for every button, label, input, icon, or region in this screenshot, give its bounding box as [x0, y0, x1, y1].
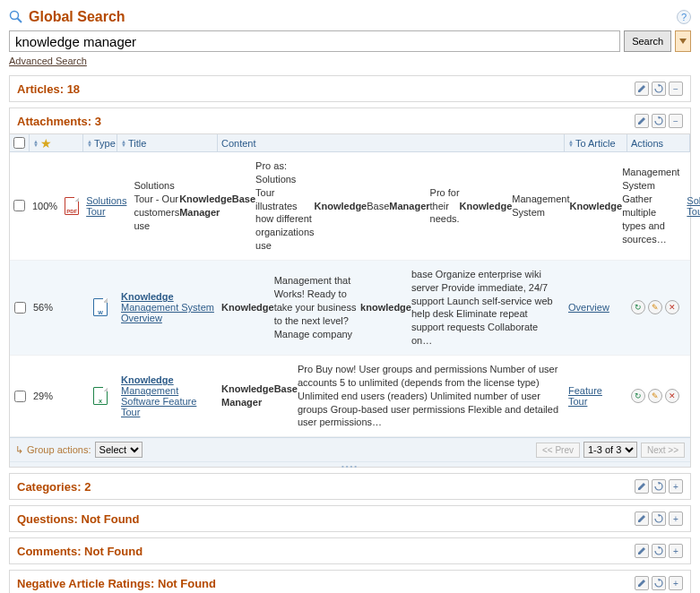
refresh-icon[interactable] — [652, 479, 666, 494]
refresh-icon[interactable] — [652, 82, 666, 96]
section-articles-title: Articles: 18 — [17, 82, 635, 96]
to-article-link[interactable]: Feature Tour — [568, 385, 624, 407]
section-questions[interactable]: Questions: Not Found+ — [10, 506, 690, 531]
resize-handle[interactable]: •••• — [10, 461, 690, 467]
pager-range-select[interactable]: 1-3 of 3 — [583, 442, 637, 458]
search-icon — [9, 10, 23, 24]
expand-icon[interactable]: + — [669, 479, 683, 494]
file-icon: X — [93, 387, 108, 405]
sort-arrows-icon: ▲▼ — [33, 140, 39, 147]
search-button[interactable]: Search — [624, 30, 671, 52]
row-checkbox[interactable] — [14, 391, 26, 402]
advanced-search-link[interactable]: Advanced Search — [9, 56, 87, 66]
attachment-title-link[interactable]: Solutions Tour — [86, 195, 126, 217]
col-relevance[interactable]: ▲▼ ★ — [30, 134, 83, 151]
select-all-checkbox[interactable] — [13, 137, 25, 149]
content-cell: KnowledgeBase Manager Pro Buy now! User … — [218, 363, 565, 429]
relevance-cell: 56% — [30, 268, 83, 348]
col-title[interactable]: ▲▼Title — [117, 134, 218, 151]
attachment-title-link[interactable]: Knowledge Management Software Feature To… — [121, 374, 214, 417]
edit-icon[interactable] — [635, 114, 649, 128]
star-icon: ★ — [40, 137, 52, 150]
edit-icon[interactable] — [635, 511, 649, 526]
section-articles[interactable]: Articles: 18 − — [10, 76, 690, 101]
file-type-cell: W — [83, 268, 117, 348]
row-checkbox[interactable] — [14, 302, 26, 314]
sort-arrows-icon: ▲▼ — [87, 140, 92, 147]
attachments-grid: ▲▼ ★ ▲▼Type ▲▼Title Content ▲▼To Article… — [10, 133, 690, 467]
help-icon[interactable]: ? — [677, 10, 691, 24]
content-cell: Knowledge Management that Works! Ready t… — [218, 268, 565, 348]
relevance-cell: 100% — [29, 159, 61, 253]
edit-icon[interactable]: ✎ — [648, 389, 662, 403]
section-attachments[interactable]: Attachments: 3 − — [10, 108, 690, 133]
edit-icon[interactable] — [635, 576, 649, 590]
table-row: 100%PDFSolutions TourSolutions Tour - Ou… — [10, 152, 690, 261]
sort-arrows-icon: ▲▼ — [568, 140, 574, 147]
select-all-cell[interactable] — [10, 134, 30, 151]
table-row: 29%XKnowledge Management Software Featur… — [10, 356, 690, 437]
edit-icon[interactable] — [635, 82, 649, 96]
col-content[interactable]: Content — [218, 134, 565, 151]
to-article-link[interactable]: Overview — [568, 302, 609, 313]
col-to-article[interactable]: ▲▼To Article — [565, 134, 627, 151]
file-type-cell: X — [83, 363, 117, 429]
edit-icon[interactable] — [635, 544, 649, 558]
to-article-link[interactable]: Solutions Tour — [687, 195, 700, 217]
refresh-icon[interactable] — [652, 544, 666, 558]
attachment-title-link[interactable]: Knowledge Management System Overview — [121, 291, 214, 323]
svg-marker-2 — [679, 39, 687, 44]
pager-prev[interactable]: << Prev — [536, 443, 580, 458]
content-cell: Solutions Tour - Our customers use Knowl… — [130, 159, 683, 253]
file-icon: PDF — [65, 197, 79, 215]
page-title: Global Search — [29, 9, 677, 25]
table-row: 56%WKnowledge Management System Overview… — [10, 261, 690, 356]
grid-header: ▲▼ ★ ▲▼Type ▲▼Title Content ▲▼To Article… — [10, 134, 690, 152]
file-type-cell: PDF — [61, 159, 82, 253]
sort-arrows-icon: ▲▼ — [121, 140, 126, 147]
collapse-icon[interactable]: − — [669, 114, 683, 128]
svg-point-0 — [11, 12, 19, 20]
file-icon: W — [93, 298, 108, 316]
col-type[interactable]: ▲▼Type — [83, 134, 117, 151]
relevance-cell: 29% — [30, 363, 83, 429]
expand-icon[interactable]: + — [669, 511, 683, 526]
group-actions-label: Group actions: — [27, 444, 91, 455]
collapse-icon[interactable]: − — [669, 82, 683, 96]
section-attachments-title: Attachments: 3 — [17, 115, 635, 128]
refresh-icon[interactable]: ↻ — [631, 300, 645, 314]
section-categories[interactable]: Categories: 2+ — [10, 474, 690, 499]
svg-line-1 — [18, 19, 22, 23]
edit-icon[interactable]: ✎ — [648, 300, 662, 314]
delete-icon[interactable]: ✕ — [665, 389, 679, 403]
grid-footer: ↳ Group actions: Select << Prev 1-3 of 3… — [10, 437, 690, 461]
section-negative-ratings[interactable]: Negative Article Ratings: Not Found+ — [10, 571, 690, 593]
group-actions-select[interactable]: Select — [95, 442, 143, 458]
edit-icon[interactable] — [635, 479, 649, 494]
group-actions-arrow-icon: ↳ — [15, 444, 23, 456]
expand-icon[interactable]: + — [669, 544, 683, 558]
search-options-dropdown[interactable] — [675, 30, 691, 52]
pager-next[interactable]: Next >> — [641, 443, 685, 458]
expand-icon[interactable]: + — [669, 576, 683, 590]
col-actions: Actions — [627, 134, 690, 151]
row-checkbox[interactable] — [13, 200, 25, 211]
refresh-icon[interactable] — [652, 576, 666, 590]
section-comments[interactable]: Comments: Not Found+ — [10, 538, 690, 563]
refresh-icon[interactable] — [652, 114, 666, 128]
refresh-icon[interactable] — [652, 511, 666, 526]
delete-icon[interactable]: ✕ — [665, 300, 679, 314]
refresh-icon[interactable]: ↻ — [631, 389, 645, 403]
search-input[interactable] — [9, 30, 620, 52]
